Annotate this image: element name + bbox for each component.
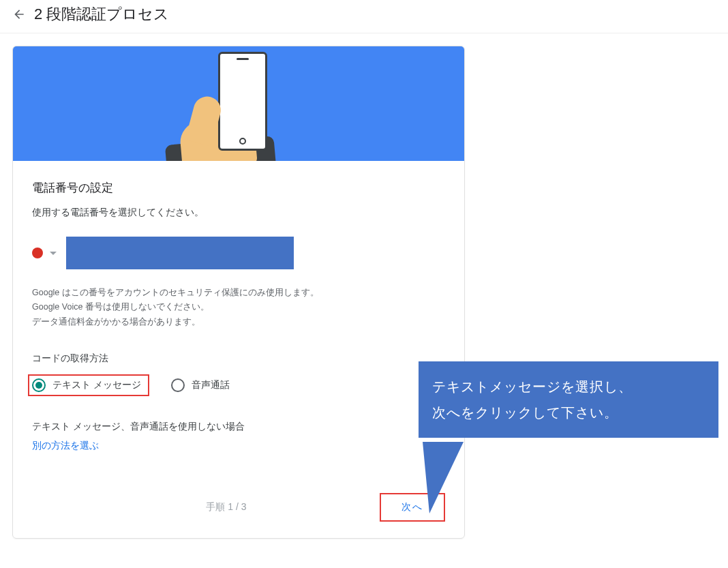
radio-icon [32,378,46,392]
alternative-prompt: テキスト メッセージ、音声通話を使用しない場合 [32,421,445,433]
radio-icon [171,378,185,392]
disclaimer-line: データ通信料金がかかる場合があります。 [32,315,445,329]
radio-label: 音声通話 [192,379,230,391]
setup-card: 電話番号の設定 使用する電話番号を選択してください。 Google はこの番号を… [12,46,465,539]
radio-voice-call[interactable]: 音声通話 [171,378,230,392]
page-title: 2 段階認証プロセス [34,4,169,25]
top-bar: 2 段階認証プロセス [0,0,728,33]
disclaimer-line: Google はこの番号をアカウントのセキュリティ保護にのみ使用します。 [32,286,445,300]
disclaimer-line: Google Voice 番号は使用しないでください。 [32,300,445,314]
next-button[interactable]: 次へ [401,501,423,513]
card-content: 電話番号の設定 使用する電話番号を選択してください。 Google はこの番号を… [13,161,464,466]
instruction-callout: テキストメッセージを選択し、 次へをクリックして下さい。 [419,361,718,438]
svg-marker-0 [423,442,464,513]
callout-line: 次へをクリックして下さい。 [432,400,705,425]
disclaimer-text: Google はこの番号をアカウントのセキュリティ保護にのみ使用します。 Goo… [32,286,445,329]
callout-tail-icon [423,442,477,517]
back-arrow-icon[interactable] [11,6,27,23]
card-footer: 手順 1 / 3 次へ [13,466,464,538]
phone-input-row [32,237,445,269]
country-flag-dropdown[interactable] [32,248,57,258]
section-subtitle: 使用する電話番号を選択してください。 [32,207,445,219]
chevron-down-icon [50,252,57,255]
section-title: 電話番号の設定 [32,180,445,196]
phone-number-redacted[interactable] [66,237,294,269]
phone-in-hand-illustration [198,46,279,161]
choose-other-method-link[interactable]: 別の方法を選ぶ [32,440,445,452]
flag-jp-icon [32,248,43,258]
hero-banner [13,46,464,161]
radio-text-message[interactable]: テキスト メッセージ [28,374,149,396]
step-indicator: 手順 1 / 3 [206,501,246,513]
callout-line: テキストメッセージを選択し、 [432,374,705,400]
radio-label: テキスト メッセージ [52,379,141,391]
code-method-label: コードの取得方法 [32,353,445,365]
radio-group: テキスト メッセージ 音声通話 [32,374,445,396]
